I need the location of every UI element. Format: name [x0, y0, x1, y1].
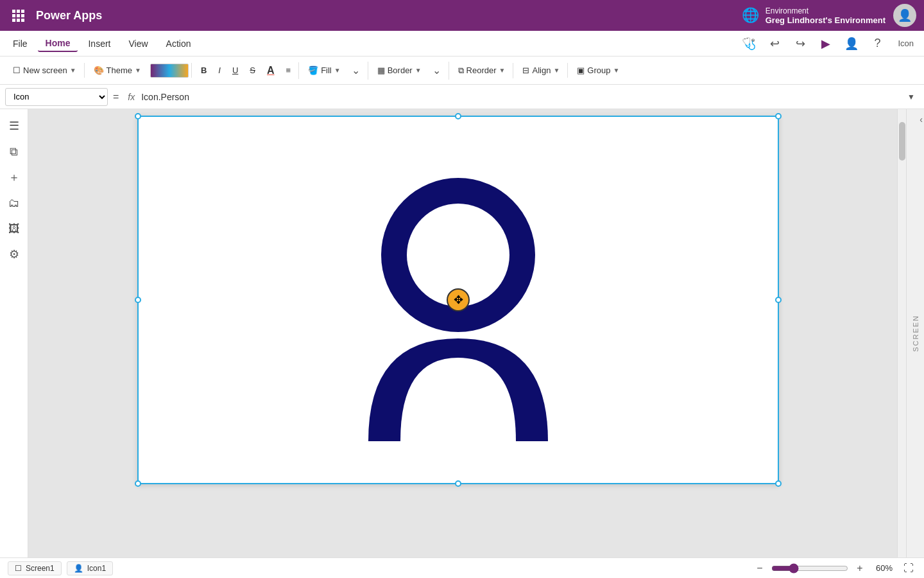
- canvas-area: ✥: [28, 109, 897, 557]
- help-icon[interactable]: ?: [867, 33, 887, 54]
- fullscreen-button[interactable]: ⛶: [901, 561, 916, 575]
- menu-home[interactable]: Home: [38, 35, 78, 52]
- border-chevron: ▼: [415, 67, 422, 74]
- formula-dropdown-icon[interactable]: ▼: [903, 89, 919, 105]
- fill-button[interactable]: 🪣 Fill ▼: [303, 63, 346, 78]
- vertical-scrollbar[interactable]: [897, 109, 906, 557]
- new-screen-icon: ☐: [13, 66, 21, 75]
- svg-rect-5: [21, 14, 24, 17]
- sidebar-add-icon[interactable]: ＋: [3, 166, 26, 189]
- context-label: Icon: [893, 36, 919, 51]
- border-group: ▦ Border ▼ ⌄: [370, 62, 449, 80]
- run-icon[interactable]: ▶: [816, 33, 836, 54]
- zoom-slider[interactable]: [771, 563, 848, 574]
- control-selector[interactable]: Icon: [5, 88, 108, 106]
- align-chevron: ▼: [553, 67, 560, 74]
- sidebar-layers-icon[interactable]: ⧉: [3, 140, 26, 163]
- theme-button[interactable]: 🎨 Theme ▼: [89, 63, 146, 78]
- scrollbar-thumb[interactable]: [899, 122, 905, 161]
- share-icon[interactable]: 👤: [841, 33, 862, 54]
- menu-file[interactable]: File: [5, 36, 35, 51]
- screen-panel-toggle[interactable]: ‹: [920, 114, 923, 125]
- bold-button[interactable]: B: [196, 63, 212, 78]
- person-icon-container: ✥: [336, 159, 580, 441]
- new-screen-group: ☐ New screen ▼: [5, 63, 85, 78]
- theme-chevron: ▼: [135, 67, 141, 74]
- menu-right: 🩺 ↩ ↪ ▶ 👤 ? Icon: [739, 33, 919, 54]
- reorder-label: Reorder: [466, 66, 497, 75]
- screen1-tab[interactable]: ☐ Screen1: [8, 561, 62, 575]
- theme-group: 🎨 Theme ▼: [86, 63, 192, 78]
- svg-rect-1: [17, 10, 20, 13]
- border-icon: ▦: [377, 66, 385, 75]
- border-button[interactable]: ▦ Border ▼: [372, 63, 427, 78]
- fill-group: 🪣 Fill ▼ ⌄: [300, 62, 368, 80]
- menu-bar: File Home Insert View Action 🩺 ↩ ↪ ▶ 👤 ?…: [0, 31, 924, 57]
- left-sidebar: ☰ ⧉ ＋ 🗂 🖼 ⚙: [0, 109, 28, 557]
- redo-icon[interactable]: ↪: [790, 33, 810, 54]
- handle-middle-right[interactable]: [775, 297, 782, 303]
- app-title: Power Apps: [36, 9, 734, 22]
- svg-rect-7: [17, 19, 20, 22]
- text-align-button[interactable]: ≡: [281, 63, 296, 78]
- formula-input[interactable]: [141, 88, 901, 106]
- environment-name: Greg Lindhorst's Environment: [766, 15, 886, 25]
- align-label: Align: [532, 66, 551, 75]
- screen-label-text: SCREEN: [912, 315, 920, 352]
- sidebar-controls-icon[interactable]: ⚙: [3, 243, 26, 266]
- sidebar-media-icon[interactable]: 🖼: [3, 217, 26, 240]
- group-label: Group: [587, 66, 610, 75]
- toolbar-more-1[interactable]: ⌄: [347, 62, 365, 80]
- new-screen-button[interactable]: ☐ New screen ▼: [8, 63, 81, 78]
- handle-bottom-center[interactable]: [455, 480, 461, 487]
- svg-rect-2: [21, 10, 24, 13]
- border-label: Border: [388, 66, 413, 75]
- user-avatar[interactable]: 👤: [893, 4, 916, 27]
- underline-button[interactable]: U: [227, 63, 243, 78]
- icon1-tab[interactable]: 👤 Icon1: [67, 561, 113, 575]
- undo-icon[interactable]: ↩: [764, 33, 785, 54]
- zoom-controls: − + 60% ⛶: [752, 561, 916, 576]
- svg-rect-6: [12, 19, 15, 22]
- fx-button[interactable]: fx: [124, 92, 139, 102]
- move-cursor[interactable]: ✥: [447, 288, 470, 311]
- group-chevron: ▼: [613, 67, 619, 74]
- handle-top-left[interactable]: [135, 113, 141, 119]
- svg-rect-3: [12, 14, 15, 17]
- bottom-bar: ☐ Screen1 👤 Icon1 − + 60% ⛶: [0, 557, 924, 578]
- handle-middle-left[interactable]: [135, 297, 141, 303]
- handle-bottom-left[interactable]: [135, 480, 141, 487]
- menu-action[interactable]: Action: [158, 36, 199, 51]
- menu-insert[interactable]: Insert: [80, 36, 118, 51]
- reorder-icon: ⧉: [458, 66, 464, 76]
- sidebar-menu-icon[interactable]: ☰: [3, 114, 26, 137]
- new-screen-chevron: ▼: [70, 67, 76, 74]
- environment-label: Environment: [766, 6, 809, 15]
- align-icon: ⊟: [522, 66, 529, 75]
- align-button[interactable]: ⊟ Align ▼: [517, 63, 565, 78]
- handle-top-right[interactable]: [775, 113, 782, 119]
- grid-icon[interactable]: [8, 9, 28, 22]
- sidebar-data-icon[interactable]: 🗂: [3, 191, 26, 215]
- italic-button[interactable]: I: [213, 63, 226, 78]
- strikethrough-button[interactable]: S: [244, 63, 261, 78]
- screen1-tab-label: Screen1: [26, 564, 55, 573]
- group-button[interactable]: ▣ Group ▼: [572, 63, 624, 78]
- text-format-group: B I U S A ≡: [193, 62, 299, 79]
- group-group: ▣ Group ▼: [569, 63, 627, 78]
- screen-canvas[interactable]: ✥: [137, 116, 779, 484]
- handle-bottom-right[interactable]: [775, 480, 782, 487]
- zoom-out-button[interactable]: −: [752, 561, 767, 576]
- font-color-button[interactable]: A: [262, 62, 280, 79]
- toolbar-more-2[interactable]: ⌄: [428, 62, 446, 80]
- theme-label: Theme: [107, 66, 132, 75]
- menu-view[interactable]: View: [121, 36, 155, 51]
- svg-rect-8: [21, 19, 24, 22]
- support-icon[interactable]: 🩺: [739, 33, 759, 54]
- align-group: ⊟ Align ▼: [515, 63, 568, 78]
- equals-sign: =: [110, 91, 121, 103]
- handle-top-center[interactable]: [455, 113, 461, 119]
- group-icon: ▣: [577, 66, 585, 75]
- zoom-in-button[interactable]: +: [852, 561, 868, 576]
- reorder-button[interactable]: ⧉ Reorder ▼: [453, 63, 511, 78]
